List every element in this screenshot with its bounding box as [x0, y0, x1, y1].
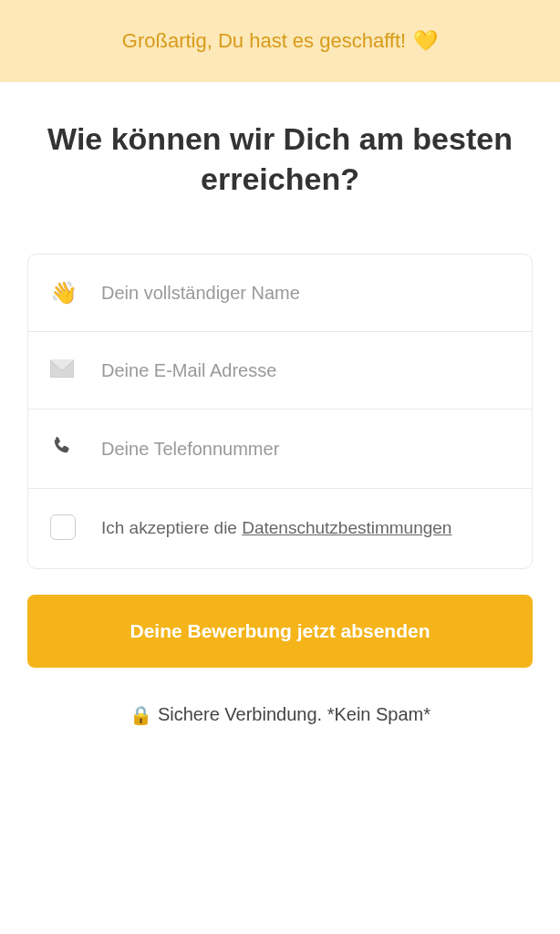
privacy-checkbox[interactable]: [50, 514, 76, 540]
name-row: 👋: [28, 254, 532, 332]
phone-row: [28, 410, 532, 489]
privacy-row: Ich akzeptiere die Datenschutzbestimmung…: [28, 489, 532, 567]
envelope-icon: [50, 358, 83, 383]
email-row: [28, 332, 532, 410]
privacy-label: Ich akzeptiere die Datenschutzbestimmung…: [101, 514, 451, 542]
phone-icon: [50, 435, 83, 462]
submit-button[interactable]: Deine Bewerbung jetzt absenden: [27, 595, 533, 668]
content-area: Wie können wir Dich am besten erreichen?…: [0, 82, 560, 763]
form-card: 👋 Ich akzeptier: [27, 254, 533, 568]
phone-input[interactable]: [101, 439, 510, 460]
page-title: Wie können wir Dich am besten erreichen?: [27, 119, 533, 199]
banner-text: Großartig, Du hast es geschafft!: [122, 29, 406, 53]
privacy-link[interactable]: Datenschutzbestimmungen: [242, 518, 451, 537]
lock-icon: 🔒: [130, 704, 152, 726]
privacy-prefix: Ich akzeptiere die: [101, 518, 242, 537]
footer-text: Sichere Verbindung. *Kein Spam*: [158, 704, 430, 725]
name-input[interactable]: [101, 283, 510, 304]
heart-icon: 💛: [413, 29, 438, 53]
wave-icon: 👋: [50, 280, 83, 306]
success-banner: Großartig, Du hast es geschafft! 💛: [0, 0, 560, 82]
email-input[interactable]: [101, 360, 510, 381]
footer: 🔒 Sichere Verbindung. *Kein Spam*: [27, 704, 533, 744]
